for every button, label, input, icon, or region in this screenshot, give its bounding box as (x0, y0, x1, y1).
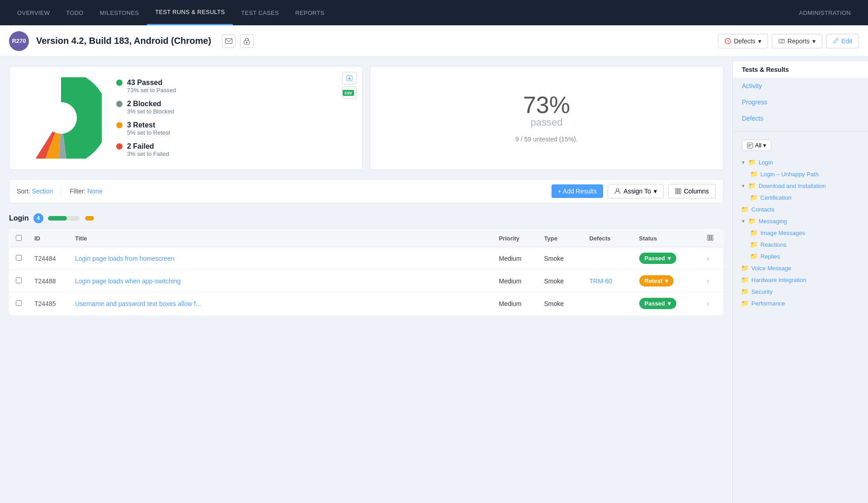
sort-label: Sort: (17, 188, 30, 195)
header-icons (222, 34, 254, 48)
tree-item-performance[interactable]: 📁 Performance (737, 297, 863, 309)
nav-milestones[interactable]: MILESTONES (92, 0, 147, 25)
tree-item-security[interactable]: 📁 Security (737, 286, 863, 297)
tree-container: All ▾ ▼ 📁 Login 📁 Login – Unhappy Path ▼… (733, 132, 868, 503)
svg-rect-13 (679, 188, 681, 194)
col-priority: Priority (493, 230, 538, 247)
nav-reports[interactable]: REPORTS (287, 0, 333, 25)
row-priority: Medium (493, 292, 538, 315)
columns-button[interactable]: Columns (668, 184, 716, 198)
tree-item-contacts[interactable]: 📁 Contacts (737, 203, 863, 215)
toolbar: Sort: Section Filter: None + Add Results… (9, 179, 723, 203)
status-passed-btn[interactable]: Passed ▾ (639, 253, 677, 264)
svg-rect-11 (675, 188, 677, 194)
sort-filter: Sort: Section (17, 188, 53, 195)
legend-passed: 43 Passed 73% set to Passed (116, 79, 176, 94)
download-btn[interactable] (342, 72, 357, 85)
content-area: csv (0, 57, 732, 503)
row-status: Retest ▾ (633, 270, 701, 292)
nav-test-cases[interactable]: TEST CASES (233, 0, 287, 25)
row-checkbox[interactable] (16, 277, 22, 283)
row-expand[interactable]: › (707, 277, 709, 285)
row-type: Smoke (538, 292, 583, 315)
mail-icon-btn[interactable] (222, 34, 236, 48)
col-actions (701, 230, 723, 247)
lock-icon-btn[interactable] (240, 34, 254, 48)
row-id: T24485 (28, 292, 69, 315)
page-header: R270 Version 4.2, Build 183, Android (Ch… (0, 25, 868, 57)
csv-btn[interactable]: csv (342, 86, 357, 99)
page-title: Version 4.2, Build 183, Android (Chrome) (36, 36, 211, 46)
svg-rect-14 (708, 235, 709, 240)
section-title: Login (9, 214, 29, 222)
row-title: Username and password text boxes allow f… (69, 292, 493, 315)
chart-inner: 43 Passed 73% set to Passed 2 Blocked 3%… (20, 77, 351, 159)
nav-todo[interactable]: TODO (58, 0, 92, 25)
row-expand[interactable]: › (707, 254, 709, 262)
legend-blocked: 2 Blocked 3% set to Blocked (116, 100, 176, 115)
filter-label: Filter: (70, 188, 85, 195)
select-all-checkbox[interactable] (16, 235, 22, 241)
tree-item-image-messages[interactable]: 📁 Image Messages (737, 227, 863, 239)
tree-item-login[interactable]: ▼ 📁 Login (737, 156, 863, 168)
svg-point-2 (246, 42, 248, 43)
tree-item-replies[interactable]: 📁 Replies (737, 250, 863, 262)
sidebar-item-activity[interactable]: Activity (733, 78, 868, 94)
sidebar-item-progress[interactable]: Progress (733, 94, 868, 110)
section-heading: Login 4 (9, 211, 723, 226)
nav-test-runs[interactable]: TEST RUNS & RESULTS (147, 0, 233, 25)
tree-item-download[interactable]: ▼ 📁 Download and Installation (737, 180, 863, 192)
tree-item-hardware[interactable]: 📁 Hardware Integration (737, 274, 863, 286)
tree-item-voice-message[interactable]: 📁 Voice Message (737, 262, 863, 274)
row-title: Login page loads from homescreen (69, 247, 493, 270)
chart-legend: 43 Passed 73% set to Passed 2 Blocked 3%… (116, 79, 176, 157)
svg-rect-4 (779, 39, 784, 43)
row-priority: Medium (493, 270, 538, 292)
edit-button[interactable]: Edit (826, 34, 859, 48)
legend-retest: 3 Retest 5% set to Retest (116, 121, 176, 136)
reports-button[interactable]: Reports ▾ (772, 34, 822, 48)
defects-button[interactable]: Defects ▾ (718, 34, 768, 48)
status-passed-btn[interactable]: Passed ▾ (639, 298, 677, 309)
nav-administration[interactable]: ADMINISTRATION (791, 0, 859, 25)
row-checkbox[interactable] (16, 255, 22, 261)
main-layout: csv (0, 57, 868, 503)
header-actions: Defects ▾ Reports ▾ Edit (718, 34, 859, 48)
svg-rect-12 (677, 188, 679, 194)
row-expand[interactable]: › (707, 300, 709, 307)
tree-item-certification[interactable]: 📁 Certification (737, 192, 863, 203)
section-progress (48, 216, 94, 221)
sort-value[interactable]: Section (32, 188, 53, 195)
row-type: Smoke (538, 247, 583, 270)
sidebar-item-tests-results[interactable]: Tests & Results (733, 61, 868, 78)
pie-chart-card: csv (9, 66, 363, 170)
col-id: ID (28, 230, 69, 247)
sidebar-item-defects[interactable]: Defects (733, 110, 868, 127)
col-title: Title (69, 230, 493, 247)
test-table: ID Title Priority Type Defects Status T2… (9, 230, 723, 315)
tree-item-login-unhappy[interactable]: 📁 Login – Unhappy Path (737, 168, 863, 180)
tree-all-button[interactable]: All ▾ (742, 140, 771, 151)
tree-item-reactions[interactable]: 📁 Reactions (737, 239, 863, 250)
row-defects (583, 247, 633, 270)
passed-label: passed (531, 117, 563, 128)
filter-value[interactable]: None (87, 188, 102, 195)
svg-rect-15 (709, 235, 711, 240)
row-defects: TRM-60 (583, 270, 633, 292)
svg-rect-16 (712, 235, 713, 240)
tree-item-messaging[interactable]: ▼ 📁 Messaging (737, 215, 863, 227)
assign-to-button[interactable]: Assign To ▾ (608, 184, 663, 198)
percent-card: 73% passed 9 / 59 untested (15%). (370, 66, 723, 170)
row-type: Smoke (538, 270, 583, 292)
top-nav: OVERVIEW TODO MILESTONES TEST RUNS & RES… (0, 0, 868, 25)
row-defects (583, 292, 633, 315)
row-id: T24488 (28, 270, 69, 292)
status-retest-btn[interactable]: Retest ▾ (639, 275, 674, 287)
col-type: Type (538, 230, 583, 247)
row-checkbox[interactable] (16, 300, 22, 306)
table-row: T24488 Login page loads when app-switchi… (9, 270, 723, 292)
table-row: T24485 Username and password text boxes … (9, 292, 723, 315)
add-results-button[interactable]: + Add Results (552, 184, 604, 198)
nav-overview[interactable]: OVERVIEW (9, 0, 58, 25)
row-status: Passed ▾ (633, 247, 701, 270)
